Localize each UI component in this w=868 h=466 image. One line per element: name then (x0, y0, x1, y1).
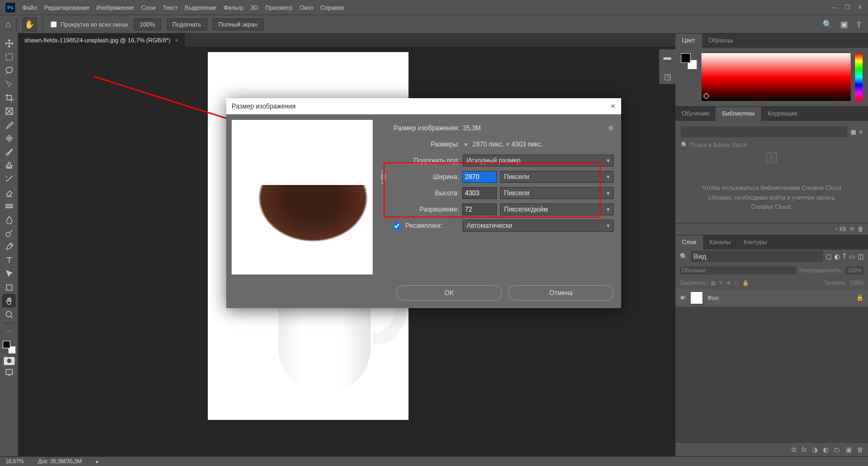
fx-icon[interactable]: fx (802, 446, 807, 454)
home-button[interactable]: ⌂ (5, 20, 11, 29)
lib-list-icon[interactable]: ≡ (859, 129, 863, 135)
blend-mode-select[interactable]: Обычные (680, 266, 796, 275)
mask-icon[interactable]: ◑ (812, 446, 818, 454)
resample-select[interactable]: Автоматически (463, 220, 614, 232)
zoom-100-button[interactable]: 100% (134, 18, 161, 30)
resolution-unit-select[interactable]: Пиксели/дюйм (500, 203, 614, 215)
layer-lock-icon[interactable]: 🔒 (856, 294, 864, 301)
document-tab-close[interactable]: × (175, 37, 178, 43)
menu-help[interactable]: Справка (321, 4, 344, 11)
width-input[interactable] (462, 171, 497, 183)
cancel-button[interactable]: Отмена (508, 285, 614, 301)
filter-pixel-icon[interactable]: ▢ (826, 253, 832, 260)
path-select-tool[interactable] (2, 267, 16, 280)
minimize-button[interactable]: — (831, 4, 837, 11)
filter-type-icon[interactable]: T (843, 253, 846, 260)
status-chevron-icon[interactable]: ▸ (96, 458, 99, 464)
paths-tab[interactable]: Контуры (737, 235, 774, 250)
blur-tool[interactable] (2, 213, 16, 226)
lib-grid-icon[interactable]: ▦ (851, 129, 856, 136)
panel-foreground-color[interactable] (681, 53, 691, 63)
document-tab[interactable]: shawn-fields-1198524-unsplash.jpg @ 16,7… (18, 33, 185, 47)
fitto-select[interactable]: Исходный размер (463, 155, 614, 167)
resample-checkbox[interactable] (393, 222, 400, 229)
dodge-tool[interactable] (2, 226, 16, 240)
scroll-all-input[interactable] (50, 21, 57, 28)
move-tool[interactable] (2, 36, 16, 50)
hue-slider[interactable] (855, 53, 863, 101)
opacity-value[interactable]: 100% (845, 266, 864, 275)
width-unit-select[interactable]: Пиксели (500, 171, 614, 183)
lock-artboard-icon[interactable]: ▭ (734, 280, 739, 286)
dock-panel-1-icon[interactable]: ▬ (663, 53, 671, 61)
share-icon[interactable]: ⇪ (856, 20, 863, 29)
dock-panel-2-icon[interactable]: ◳ (664, 72, 671, 81)
menu-view[interactable]: Просмотр (265, 4, 292, 11)
lasso-tool[interactable] (2, 63, 16, 77)
filter-adjust-icon[interactable]: ◐ (834, 253, 840, 260)
new-layer-icon[interactable]: ▣ (846, 446, 852, 454)
link-icon[interactable]: ┌⛓└ (378, 167, 388, 187)
layers-tab[interactable]: Слои (675, 235, 703, 250)
delete-layer-icon[interactable]: 🗑 (857, 446, 864, 454)
menu-select[interactable]: Выделение (185, 4, 216, 11)
healing-tool[interactable] (2, 131, 16, 145)
menu-filter[interactable]: Фильтр (224, 4, 244, 11)
height-unit-select[interactable]: Пиксели (500, 187, 614, 199)
filter-smart-icon[interactable]: ◫ (858, 253, 864, 260)
link-layers-icon[interactable]: ⧉ (792, 446, 796, 454)
layer-filter-input[interactable] (691, 251, 823, 262)
color-tab[interactable]: Цвет (675, 34, 702, 48)
group-icon[interactable]: 🗀 (834, 446, 840, 454)
marquee-tool[interactable] (2, 50, 16, 63)
menu-image[interactable]: Изображение (97, 4, 134, 11)
lib-trash-icon[interactable]: 🗑 (858, 226, 864, 232)
workspace-icon[interactable]: ▣ (840, 20, 848, 29)
shape-tool[interactable] (2, 280, 16, 294)
lock-position-icon[interactable]: ✥ (726, 280, 731, 286)
scroll-all-checkbox[interactable]: Прокрутка во всех окнах (48, 20, 129, 29)
layer-filter-icon[interactable]: 🔍 (680, 253, 688, 260)
dialog-settings-icon[interactable]: ⚙ (608, 125, 614, 132)
eyedropper-tool[interactable] (2, 118, 16, 131)
stamp-tool[interactable] (2, 158, 16, 172)
type-tool[interactable] (2, 253, 16, 267)
fullscreen-button[interactable]: Полный экран (213, 18, 264, 30)
screenmode-button[interactable] (2, 365, 16, 379)
menu-file[interactable]: Файл (22, 4, 37, 11)
edit-toolbar-button[interactable]: ⋯ (2, 325, 16, 339)
pen-tool[interactable] (2, 240, 16, 253)
filter-shape-icon[interactable]: ▭ (849, 253, 855, 260)
fill-value[interactable]: 100% (850, 280, 864, 286)
menu-text[interactable]: Текст (163, 4, 178, 11)
status-zoom[interactable]: 16,67% (5, 458, 24, 464)
height-input[interactable] (462, 187, 497, 199)
libraries-tab[interactable]: Библиотеки (716, 107, 761, 121)
gradient-tool[interactable] (2, 199, 16, 213)
foreground-color-swatch[interactable] (3, 341, 10, 348)
ok-button[interactable]: OK (397, 285, 502, 301)
search-icon[interactable]: 🔍 (822, 20, 833, 29)
restore-button[interactable]: ❐ (845, 4, 850, 11)
hand-tool[interactable] (2, 294, 16, 308)
quickmask-toggle[interactable] (4, 357, 15, 365)
zoom-tool[interactable] (2, 308, 16, 321)
lock-brush-icon[interactable]: ✎ (719, 280, 723, 286)
menu-edit[interactable]: Редактирование (44, 4, 90, 11)
status-doc-size[interactable]: Док: 35,3M/35,3M (38, 458, 82, 464)
resolution-input[interactable] (462, 203, 497, 215)
lock-all-icon[interactable]: 🔒 (742, 280, 749, 286)
color-panel-swatches[interactable] (681, 53, 697, 69)
frame-tool[interactable] (2, 104, 16, 118)
fit-button[interactable]: Подогнать (167, 18, 207, 30)
layer-row[interactable]: 👁 Фон 🔒 (675, 289, 868, 307)
lock-pixels-icon[interactable]: ▦ (711, 280, 716, 286)
layer-thumbnail[interactable] (690, 291, 703, 304)
channels-tab[interactable]: Каналы (703, 235, 737, 250)
adjustment-layer-icon[interactable]: ◐ (823, 446, 828, 454)
close-button[interactable]: ✕ (858, 4, 863, 11)
history-brush-tool[interactable] (2, 172, 16, 186)
hand-tool-icon[interactable]: ✋ (22, 17, 37, 31)
color-picker-area[interactable] (701, 53, 851, 101)
adjustments-tab[interactable]: Коррекция (761, 107, 803, 121)
